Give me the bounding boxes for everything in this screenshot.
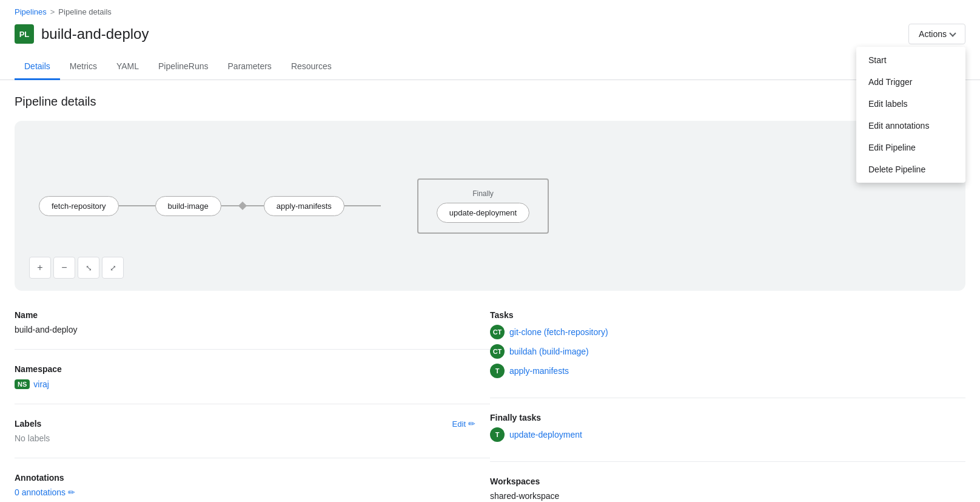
zoom-out-button[interactable]: −: [53, 257, 75, 279]
finally-tasks-list: T update-deployment: [490, 427, 965, 442]
divider-1: [15, 349, 490, 350]
namespace-label: Namespace: [15, 364, 490, 374]
connector-diamond: [238, 202, 247, 210]
finally-task-item: T update-deployment: [490, 427, 965, 442]
page-header: PL build-and-deploy Actions StartAdd Tri…: [0, 19, 980, 54]
labels-section: Labels Edit ✏ No labels: [15, 419, 490, 458]
diagram-canvas: fetch-repository build-image apply-manif…: [27, 133, 953, 279]
dropdown-item-start[interactable]: Start: [856, 49, 965, 71]
tab-parameters[interactable]: Parameters: [218, 54, 281, 80]
actions-button[interactable]: Actions: [908, 24, 965, 44]
tab-yaml[interactable]: YAML: [107, 54, 149, 80]
task-badge: CT: [490, 325, 505, 339]
dropdown-item-edit-labels[interactable]: Edit labels: [856, 93, 965, 115]
divider-r2: [490, 461, 965, 462]
tab-resources[interactable]: Resources: [281, 54, 341, 80]
task-name[interactable]: git-clone (fetch-repository): [509, 327, 608, 337]
tasks-list: CT git-clone (fetch-repository) CT build…: [490, 325, 965, 378]
namespace-section: Namespace NS viraj: [15, 364, 490, 404]
divider-2: [15, 404, 490, 404]
task-badge: T: [490, 364, 505, 378]
divider-3: [15, 458, 490, 458]
finally-label: Finally: [437, 189, 529, 198]
workspaces-label: Workspaces: [490, 477, 965, 486]
name-section: Name build-and-deploy: [15, 310, 490, 349]
namespace-value: NS viraj: [15, 379, 49, 389]
dropdown-item-edit-annotations[interactable]: Edit annotations: [856, 115, 965, 137]
finally-tasks-section: Finally tasks T update-deployment: [490, 413, 965, 461]
section-title: Pipeline details: [15, 95, 965, 109]
actions-dropdown-menu: StartAdd TriggerEdit labelsEdit annotati…: [856, 47, 965, 183]
connector-2: [221, 203, 264, 209]
breadcrumb-separator: >: [50, 7, 55, 16]
annotations-link[interactable]: 0 annotations ✏: [15, 487, 75, 497]
namespace-chip: NS: [15, 379, 30, 389]
task-name[interactable]: buildah (build-image): [509, 347, 589, 356]
annotations-section: Annotations 0 annotations ✏: [15, 473, 490, 502]
name-label: Name: [15, 310, 490, 320]
annotations-label: Annotations: [15, 473, 490, 483]
namespace-name[interactable]: viraj: [33, 379, 49, 389]
tasks-section: Tasks CT git-clone (fetch-repository) CT…: [490, 310, 965, 398]
annotations-pencil-icon: ✏: [68, 487, 75, 497]
page-title-area: PL build-and-deploy: [15, 24, 149, 44]
dropdown-item-delete-pipeline[interactable]: Delete Pipeline: [856, 158, 965, 180]
annotations-count: 0 annotations: [15, 487, 65, 497]
edit-labels-text: Edit: [452, 419, 466, 429]
breadcrumb-parent-link[interactable]: Pipelines: [15, 7, 47, 16]
finally-task-badge: T: [490, 427, 505, 442]
dropdown-item-add-trigger[interactable]: Add Trigger: [856, 71, 965, 93]
breadcrumb-current: Pipeline details: [58, 7, 111, 16]
divider-r1: [490, 398, 965, 398]
pipeline-diagram: fetch-repository build-image apply-manif…: [15, 121, 965, 291]
dropdown-item-edit-pipeline[interactable]: Edit Pipeline: [856, 137, 965, 158]
task-item: CT buildah (build-image): [490, 344, 965, 359]
actions-button-label: Actions: [919, 29, 947, 39]
node-fetch-repository[interactable]: fetch-repository: [39, 196, 119, 216]
connector-3: [344, 205, 381, 206]
tab-pipeline-runs[interactable]: PipelineRuns: [149, 54, 218, 80]
workspaces-value: shared-workspace: [490, 491, 965, 501]
connector-line: [119, 205, 155, 206]
connector-line-after: [246, 205, 264, 206]
connector-1: [119, 205, 155, 206]
zoom-controls: + − ⤡ ⤢: [29, 257, 124, 279]
task-item: CT git-clone (fetch-repository): [490, 325, 965, 339]
edit-labels-link[interactable]: Edit ✏: [452, 419, 475, 429]
finally-task-name[interactable]: update-deployment: [509, 430, 582, 439]
finally-tasks-label: Finally tasks: [490, 413, 965, 422]
finally-box: Finally update-deployment: [417, 178, 549, 234]
connector-line-3: [344, 205, 381, 206]
zoom-in-button[interactable]: +: [29, 257, 51, 279]
details-grid: Name build-and-deploy Namespace NS viraj…: [15, 310, 965, 502]
chevron-down-icon: [949, 30, 956, 36]
expand-button[interactable]: ⤢: [102, 257, 124, 279]
name-value: build-and-deploy: [15, 325, 490, 334]
edit-pencil-icon: ✏: [468, 419, 475, 429]
node-update-deployment[interactable]: update-deployment: [437, 203, 529, 223]
task-badge: CT: [490, 344, 505, 359]
labels-empty: No labels: [15, 433, 490, 443]
node-apply-manifests[interactable]: apply-manifests: [264, 196, 344, 216]
tab-metrics[interactable]: Metrics: [60, 54, 107, 80]
main-content: Pipeline details fetch-repository build-…: [0, 80, 980, 502]
labels-label: Labels: [15, 419, 490, 429]
tabs-bar: DetailsMetricsYAMLPipelineRunsParameters…: [0, 54, 980, 80]
page-title: build-and-deploy: [41, 25, 149, 42]
connector-line-2: [221, 205, 240, 206]
task-name[interactable]: apply-manifests: [509, 366, 569, 376]
workspaces-section: Workspaces shared-workspace: [490, 477, 965, 502]
breadcrumb: Pipelines > Pipeline details: [0, 0, 980, 19]
right-column: Tasks CT git-clone (fetch-repository) CT…: [490, 310, 965, 502]
pipeline-badge: PL: [15, 24, 34, 44]
left-column: Name build-and-deploy Namespace NS viraj…: [15, 310, 490, 502]
tab-details[interactable]: Details: [15, 54, 60, 80]
tasks-label: Tasks: [490, 310, 965, 320]
node-build-image[interactable]: build-image: [155, 196, 221, 216]
fit-button[interactable]: ⤡: [78, 257, 99, 279]
task-item: T apply-manifests: [490, 364, 965, 378]
